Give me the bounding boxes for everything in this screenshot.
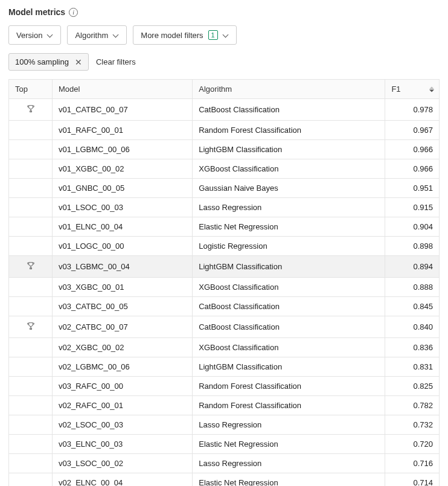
cell-top (9, 237, 53, 256)
close-icon[interactable]: ✕ (75, 58, 82, 66)
filter-chip-sampling[interactable]: 100% sampling ✕ (8, 53, 89, 71)
cell-f1: 0.898 (385, 237, 440, 256)
table-row[interactable]: v02_RAFC_00_01Random Forest Classificati… (9, 396, 440, 415)
cell-f1: 0.951 (385, 179, 440, 198)
cell-algorithm: Lasso Regression (193, 454, 385, 473)
cell-top (9, 316, 53, 338)
cell-f1: 0.782 (385, 396, 440, 415)
cell-model: v02_ELNC_00_04 (53, 473, 193, 487)
cell-model: v01_GNBC_00_05 (53, 179, 193, 198)
more-filters-button[interactable]: More model filters 1 (133, 25, 236, 45)
info-icon[interactable]: i (69, 8, 78, 17)
cell-model: v02_XGBC_00_02 (53, 338, 193, 357)
cell-model: v03_ELNC_00_03 (53, 435, 193, 454)
column-header-top[interactable]: Top (9, 80, 53, 99)
cell-f1: 0.966 (385, 159, 440, 179)
table-row[interactable]: v03_LGBMC_00_04LightGBM Classification0.… (9, 256, 440, 278)
cell-algorithm: XGBoost Classification (193, 159, 385, 179)
column-header-f1-label: F1 (391, 85, 400, 94)
cell-algorithm: CatBoost Classification (193, 316, 385, 338)
table-row[interactable]: v03_ELNC_00_03Elastic Net Regression0.72… (9, 435, 440, 454)
cell-algorithm: Elastic Net Regression (193, 435, 385, 454)
cell-top (9, 454, 53, 473)
cell-top (9, 217, 53, 237)
cell-model: v02_LSOC_00_03 (53, 415, 193, 435)
table-row[interactable]: v02_LSOC_00_03Lasso Regression0.732 (9, 415, 440, 435)
table-row[interactable]: v03_RAFC_00_00Random Forest Classificati… (9, 377, 440, 396)
cell-algorithm: CatBoost Classification (193, 297, 385, 316)
table-row[interactable]: v01_LSOC_00_03Lasso Regression0.915 (9, 198, 440, 217)
chevron-down-icon (223, 32, 229, 38)
filter-chip-label: 100% sampling (15, 57, 69, 66)
filter-bar: Version Algorithm More model filters 1 (8, 25, 440, 45)
cell-algorithm: LightGBM Classification (193, 357, 385, 377)
cell-top (9, 377, 53, 396)
table-row[interactable]: v01_LGBMC_00_06LightGBM Classification0.… (9, 140, 440, 159)
cell-model: v01_ELNC_00_04 (53, 217, 193, 237)
cell-model: v03_CATBC_00_05 (53, 297, 193, 316)
trophy-icon (26, 104, 36, 115)
column-header-algorithm[interactable]: Algorithm (193, 80, 385, 99)
cell-f1: 0.836 (385, 338, 440, 357)
cell-top (9, 473, 53, 487)
table-row[interactable]: v03_XGBC_00_01XGBoost Classification0.88… (9, 278, 440, 297)
algorithm-filter-label: Algorithm (75, 31, 108, 40)
cell-model: v03_LGBMC_00_04 (53, 256, 193, 278)
cell-f1: 0.716 (385, 454, 440, 473)
cell-f1: 0.714 (385, 473, 440, 487)
cell-model: v02_RAFC_00_01 (53, 396, 193, 415)
cell-algorithm: Random Forest Classification (193, 121, 385, 140)
cell-model: v01_LOGC_00_00 (53, 237, 193, 256)
table-row[interactable]: v02_CATBC_00_07CatBoost Classification0.… (9, 316, 440, 338)
cell-f1: 0.966 (385, 140, 440, 159)
cell-model: v03_RAFC_00_00 (53, 377, 193, 396)
cell-algorithm: Elastic Net Regression (193, 217, 385, 237)
cell-top (9, 140, 53, 159)
column-header-f1[interactable]: F1 (385, 80, 440, 99)
column-header-model[interactable]: Model (53, 80, 193, 99)
table-row[interactable]: v01_CATBC_00_07CatBoost Classification0.… (9, 99, 440, 121)
algorithm-filter-button[interactable]: Algorithm (67, 25, 127, 45)
cell-algorithm: Lasso Regression (193, 415, 385, 435)
cell-algorithm: LightGBM Classification (193, 140, 385, 159)
cell-algorithm: Lasso Regression (193, 198, 385, 217)
cell-top (9, 198, 53, 217)
cell-top (9, 338, 53, 357)
cell-f1: 0.825 (385, 377, 440, 396)
version-filter-button[interactable]: Version (8, 25, 61, 45)
trophy-icon (26, 261, 36, 272)
cell-model: v02_CATBC_00_07 (53, 316, 193, 338)
cell-top (9, 256, 53, 278)
table-row[interactable]: v01_RAFC_00_01Random Forest Classificati… (9, 121, 440, 140)
table-row[interactable]: v01_GNBC_00_05Gaussian Naive Bayes0.951 (9, 179, 440, 198)
table-row[interactable]: v02_ELNC_00_04Elastic Net Regression0.71… (9, 473, 440, 487)
table-row[interactable]: v01_XGBC_00_02XGBoost Classification0.96… (9, 159, 440, 179)
more-filters-count-badge: 1 (208, 30, 218, 40)
cell-algorithm: Elastic Net Regression (193, 473, 385, 487)
cell-top (9, 278, 53, 297)
clear-filters-link[interactable]: Clear filters (96, 57, 136, 66)
cell-f1: 0.894 (385, 256, 440, 278)
page-title: Model metrics (8, 7, 65, 17)
table-row[interactable]: v03_LSOC_00_02Lasso Regression0.716 (9, 454, 440, 473)
table-row[interactable]: v03_CATBC_00_05CatBoost Classification0.… (9, 297, 440, 316)
chevron-down-icon (47, 32, 53, 38)
cell-top (9, 297, 53, 316)
chevron-down-icon (113, 32, 119, 38)
cell-f1: 0.978 (385, 99, 440, 121)
cell-model: v03_XGBC_00_01 (53, 278, 193, 297)
metrics-table: Top Model Algorithm F1 v01_CATBC_00_07Ca… (8, 79, 440, 486)
cell-f1: 0.845 (385, 297, 440, 316)
table-row[interactable]: v01_LOGC_00_00Logistic Regression0.898 (9, 237, 440, 256)
table-row[interactable]: v01_ELNC_00_04Elastic Net Regression0.90… (9, 217, 440, 237)
table-row[interactable]: v02_XGBC_00_02XGBoost Classification0.83… (9, 338, 440, 357)
cell-model: v01_XGBC_00_02 (53, 159, 193, 179)
table-row[interactable]: v02_LGBMC_00_06LightGBM Classification0.… (9, 357, 440, 377)
cell-algorithm: LightGBM Classification (193, 256, 385, 278)
cell-model: v02_LGBMC_00_06 (53, 357, 193, 377)
trophy-icon (26, 321, 36, 333)
cell-model: v01_LGBMC_00_06 (53, 140, 193, 159)
cell-top (9, 396, 53, 415)
cell-model: v01_CATBC_00_07 (53, 99, 193, 121)
cell-f1: 0.831 (385, 357, 440, 377)
